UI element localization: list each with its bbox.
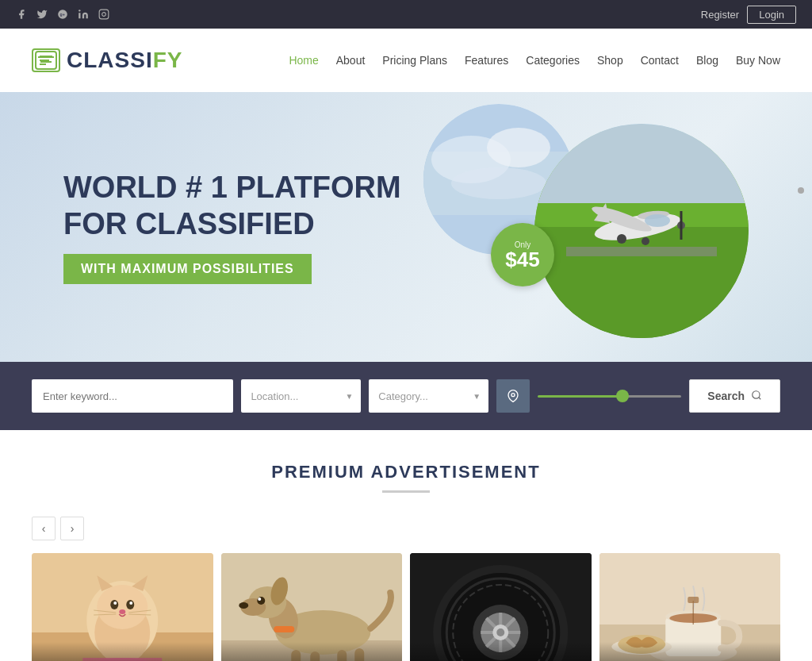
price-only-label: Only <box>515 240 531 249</box>
googleplus-link[interactable]: g+ <box>57 9 68 20</box>
svg-point-40 <box>126 600 134 609</box>
svg-rect-3 <box>99 10 109 19</box>
logo[interactable]: CLASSIFY <box>32 48 182 73</box>
hero-content: WORLD # 1 PLATFORM FOR CLASSIFIED WITH M… <box>0 170 401 283</box>
premium-section: PREMIUM ADVERTISEMENT ‹ › <box>0 430 812 661</box>
card-tea-overlay: Hot Tea available <box>599 642 781 661</box>
search-button[interactable]: Search <box>689 379 780 413</box>
location-icon-button[interactable] <box>496 379 530 413</box>
price-badge: Only $45 <box>491 223 554 286</box>
search-keyword-input[interactable] <box>32 379 233 413</box>
nav-features[interactable]: Features <box>465 54 508 67</box>
card-cats-overlay: Cats for sale <box>32 642 213 661</box>
hero-subtitle: WITH MAXIMUM POSSIBILITIES <box>63 254 312 284</box>
svg-point-39 <box>110 600 118 609</box>
card-car[interactable]: Luxury Car For Sales <box>410 553 592 661</box>
svg-point-59 <box>239 602 248 609</box>
card-dogs-overlay: Dogs for sales <box>221 642 403 661</box>
linkedin-link[interactable] <box>78 9 89 20</box>
svg-point-26 <box>645 214 670 227</box>
nav-home[interactable]: Home <box>289 54 318 67</box>
location-select[interactable]: Location... New York Los Angeles Chicago <box>241 379 361 413</box>
svg-point-29 <box>511 394 515 397</box>
svg-point-13 <box>451 167 546 199</box>
social-links: g+ <box>16 9 109 20</box>
svg-point-28 <box>642 237 649 245</box>
svg-point-2 <box>79 10 80 11</box>
facebook-link[interactable] <box>16 9 27 20</box>
card-car-overlay: Luxury Car For Sales <box>410 642 592 661</box>
nav-contact[interactable]: Contact <box>641 54 679 67</box>
carousel-prev-button[interactable]: ‹ <box>32 517 56 540</box>
logo-icon <box>32 48 60 72</box>
top-bar: g+ Register Login <box>0 0 812 29</box>
svg-point-42 <box>129 601 132 605</box>
card-dogs[interactable]: Dogs for sales <box>221 553 403 661</box>
svg-point-75 <box>496 628 504 636</box>
nav-pricing-plans[interactable]: Pricing Plans <box>382 54 447 67</box>
price-range-slider[interactable] <box>538 395 681 398</box>
search-button-label: Search <box>707 390 745 402</box>
hero-title: WORLD # 1 PLATFORM FOR CLASSIFIED <box>63 170 401 242</box>
search-icon <box>751 390 762 403</box>
card-cats[interactable]: Cats for sale <box>32 553 213 661</box>
logo-text-main: CLASSI <box>67 48 153 72</box>
carousel-next-button[interactable]: › <box>60 517 84 540</box>
section-title-line <box>382 490 430 493</box>
hero-dot-indicator <box>798 187 804 194</box>
svg-point-58 <box>258 598 261 601</box>
svg-rect-85 <box>688 597 699 603</box>
main-nav: Home About Pricing Plans Features Catego… <box>289 54 780 67</box>
section-title: PREMIUM ADVERTISEMENT <box>32 462 780 482</box>
card-tea[interactable]: Hot Tea available <box>599 553 781 661</box>
nav-buy-now[interactable]: Buy Now <box>736 54 780 67</box>
register-link[interactable]: Register <box>701 9 739 21</box>
svg-text:g+: g+ <box>60 12 65 17</box>
location-select-wrap: Location... New York Los Angeles Chicago <box>241 379 361 413</box>
section-title-wrap: PREMIUM ADVERTISEMENT <box>32 462 780 493</box>
svg-rect-19 <box>566 247 717 256</box>
logo-text: CLASSIFY <box>67 48 182 73</box>
hero-circle-main <box>534 124 749 338</box>
price-range-slider-wrap <box>538 395 681 398</box>
instagram-link[interactable] <box>98 9 109 20</box>
svg-point-41 <box>113 601 117 605</box>
twitter-link[interactable] <box>36 9 48 20</box>
nav-shop[interactable]: Shop <box>597 54 623 67</box>
svg-point-57 <box>257 597 265 605</box>
nav-blog[interactable]: Blog <box>696 54 718 67</box>
premium-cards-grid: Cats for sale <box>32 553 780 661</box>
svg-line-31 <box>759 397 761 399</box>
svg-point-27 <box>617 234 626 244</box>
svg-point-36 <box>97 585 147 629</box>
nav-about[interactable]: About <box>336 54 366 67</box>
carousel-controls: ‹ › <box>32 517 780 540</box>
category-select-wrap: Category... Cars Animals Electronics Foo… <box>369 379 488 413</box>
nav-categories[interactable]: Categories <box>526 54 580 67</box>
auth-area: Register Login <box>701 6 796 24</box>
hero-images: Only $45 <box>431 100 764 354</box>
svg-point-30 <box>753 390 760 398</box>
svg-rect-64 <box>274 626 294 632</box>
login-button[interactable]: Login <box>747 6 796 24</box>
header: CLASSIFY Home About Pricing Plans Featur… <box>0 29 812 92</box>
logo-text-accent: FY <box>153 48 183 72</box>
hero-section: WORLD # 1 PLATFORM FOR CLASSIFIED WITH M… <box>0 92 812 362</box>
svg-point-43 <box>119 609 125 614</box>
category-select[interactable]: Category... Cars Animals Electronics Foo… <box>369 379 488 413</box>
price-amount: $45 <box>505 249 539 270</box>
search-bar: Location... New York Los Angeles Chicago… <box>0 362 812 430</box>
